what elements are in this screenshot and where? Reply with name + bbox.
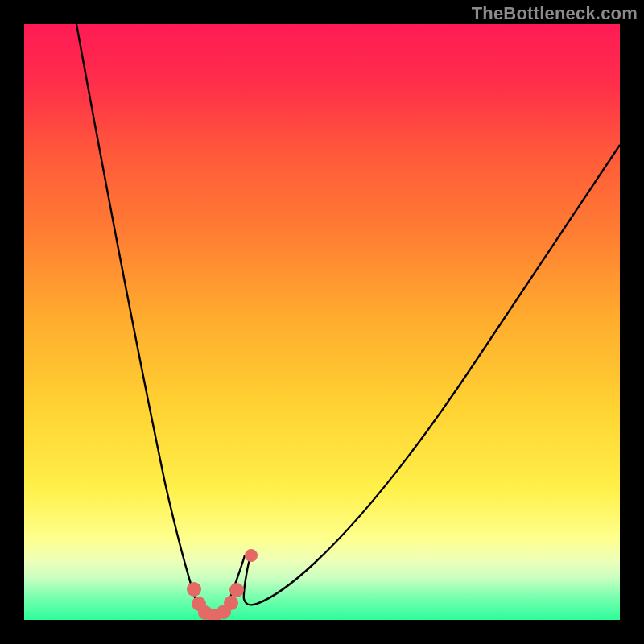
marker-dot [224,596,238,610]
outer-frame: TheBottleneck.com [0,0,644,644]
chart-svg [24,24,620,620]
gradient-background [24,24,620,620]
plot-area [24,24,620,620]
marker-dot [229,583,244,597]
marker-dot [187,582,201,597]
marker-dot [245,549,258,562]
watermark-text: TheBottleneck.com [472,3,638,24]
